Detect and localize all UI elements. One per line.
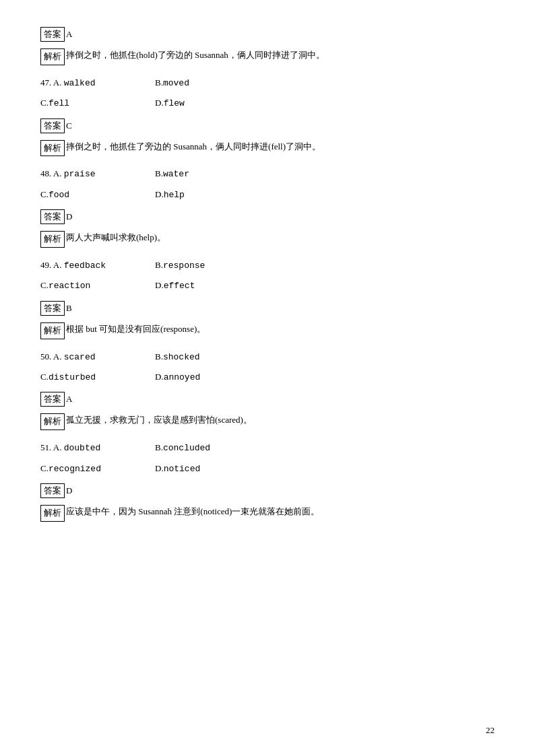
page: 答案A 解析 摔倒之时，他抓住(hold)了旁边的 Susannah，俩人同时摔… <box>0 0 535 756</box>
q47-optD: D.flew <box>155 95 270 111</box>
jiexi-text-47: 摔倒之时，他抓住(hold)了旁边的 Susannah，俩人同时摔进了洞中。 <box>66 48 325 63</box>
q49-optD: D.effect <box>155 277 270 294</box>
jiexi-box-48: 解析 <box>40 231 65 248</box>
answer-letter-48: D <box>66 211 72 222</box>
answer-letter-51: D <box>66 485 72 496</box>
q50-optC: C.disturbed <box>40 369 155 385</box>
q48-row1: 48. A. praise B.water <box>40 166 495 182</box>
q50-row2: C.disturbed D.annoyed <box>40 369 495 385</box>
q50-number: 50. A. scared <box>40 349 155 365</box>
explanation-49: 解析 根据 but 可知是没有回应(response)。 <box>40 322 495 339</box>
question-47: 47. A. walked B.moved C.fell D.flew <box>40 75 495 112</box>
jiexi-box-50: 解析 <box>40 413 65 430</box>
q48-optD: D.help <box>155 186 270 203</box>
q48-number: 48. A. praise <box>40 166 155 182</box>
explanation-51: 解析 应该是中午，因为 Susannah 注意到(noticed)一束光就落在她… <box>40 505 495 522</box>
jiexi-box-47b: 解析 <box>40 140 65 157</box>
explanation-48: 解析 两人大声喊叫求救(help)。 <box>40 231 495 248</box>
question-48: 48. A. praise B.water C.food D.help <box>40 166 495 203</box>
q47-optC: C.fell <box>40 95 155 111</box>
q48-row2: C.food D.help <box>40 186 495 203</box>
q49-row1: 49. A. feedback B.response <box>40 257 495 273</box>
jiexi-box-47: 解析 <box>40 48 65 65</box>
answer-letter-47c: C <box>66 121 72 131</box>
jiexi-text-48: 两人大声喊叫求救(help)。 <box>66 231 166 245</box>
answer-box-50: 答案 <box>40 392 65 407</box>
q47-row1: 47. A. walked B.moved <box>40 75 495 91</box>
q51-row2: C.recognized D.noticed <box>40 460 495 477</box>
jiexi-text-50: 孤立无援，求救无门，应该是感到害怕(scared)。 <box>66 413 252 427</box>
q48-optC: C.food <box>40 186 155 203</box>
answer-box-51: 答案 <box>40 483 65 498</box>
q50-optB: B.shocked <box>155 349 270 365</box>
q51-optC: C.recognized <box>40 460 155 477</box>
answer-box-48: 答案 <box>40 209 65 224</box>
answer-48: 答案D <box>40 209 495 224</box>
q51-row1: 51. A. doubted B.concluded <box>40 440 495 456</box>
question-51: 51. A. doubted B.concluded C.recognized … <box>40 440 495 477</box>
jiexi-box-49: 解析 <box>40 322 65 339</box>
answer-51: 答案D <box>40 483 495 498</box>
answer-49: 答案B <box>40 301 495 316</box>
q51-optD: D.noticed <box>155 460 270 477</box>
jiexi-text-49: 根据 but 可知是没有回应(response)。 <box>66 322 206 337</box>
q49-row2: C.reaction D.effect <box>40 277 495 294</box>
jiexi-text-51: 应该是中午，因为 Susannah 注意到(noticed)一束光就落在她前面。 <box>66 505 319 519</box>
answer-box-47: 答案 <box>40 27 65 42</box>
explanation-47b: 解析 摔倒之时，他抓住了旁边的 Susannah，俩人同时摔进(fell)了洞中… <box>40 140 495 157</box>
answer-letter-50: A <box>66 394 72 405</box>
q49-optB: B.response <box>155 257 270 273</box>
answer-47: 答案A <box>40 27 495 42</box>
explanation-50: 解析 孤立无援，求救无门，应该是感到害怕(scared)。 <box>40 413 495 430</box>
answer-letter-47: A <box>66 29 72 40</box>
question-50: 50. A. scared B.shocked C.disturbed D.an… <box>40 349 495 386</box>
jiexi-text-47b: 摔倒之时，他抓住了旁边的 Susannah，俩人同时摔进(fell)了洞中。 <box>66 140 321 154</box>
page-number: 22 <box>486 725 495 736</box>
explanation-47: 解析 摔倒之时，他抓住(hold)了旁边的 Susannah，俩人同时摔进了洞中… <box>40 48 495 65</box>
answer-50: 答案A <box>40 392 495 407</box>
q50-optD: D.annoyed <box>155 369 270 385</box>
answer-47c: 答案C <box>40 118 495 133</box>
q47-optB: B.moved <box>155 75 270 91</box>
q50-row1: 50. A. scared B.shocked <box>40 349 495 365</box>
q49-optC: C.reaction <box>40 277 155 294</box>
q48-optB: B.water <box>155 166 270 182</box>
q47-number: 47. A. walked <box>40 75 155 91</box>
q47-row2: C.fell D.flew <box>40 95 495 111</box>
q51-number: 51. A. doubted <box>40 440 155 456</box>
answer-letter-49: B <box>66 303 72 314</box>
q49-number: 49. A. feedback <box>40 257 155 273</box>
jiexi-box-51: 解析 <box>40 505 65 522</box>
answer-box-49: 答案 <box>40 301 65 316</box>
question-49: 49. A. feedback B.response C.reaction D.… <box>40 257 495 294</box>
q51-optB: B.concluded <box>155 440 270 456</box>
answer-box-47c: 答案 <box>40 118 65 133</box>
